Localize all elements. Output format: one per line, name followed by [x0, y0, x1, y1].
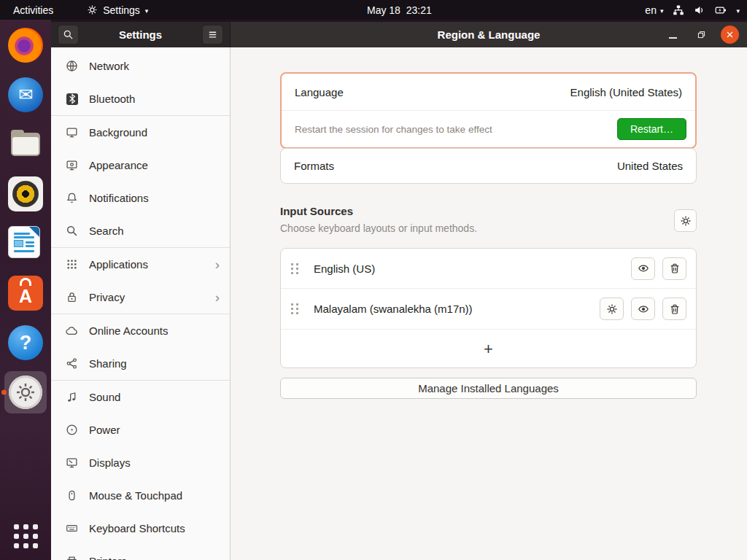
formats-value: United States — [617, 160, 683, 172]
preview-layout-button[interactable] — [631, 257, 655, 280]
remove-source-button[interactable] — [662, 298, 686, 320]
sidebar-item-notifications[interactable]: Notifications — [51, 182, 230, 214]
input-source-name: English (US) — [314, 262, 375, 275]
window-controls — [664, 26, 739, 44]
eye-icon — [638, 303, 649, 315]
remove-source-button[interactable] — [662, 257, 686, 280]
power-icon — [66, 424, 78, 436]
gear-icon — [606, 303, 618, 315]
dock-item-firefox[interactable] — [8, 28, 43, 63]
app-menu-button[interactable]: Settings ▾ — [87, 4, 148, 16]
sidebar-item-search[interactable]: Search — [51, 214, 230, 247]
language-row[interactable]: Language English (United States) — [282, 74, 695, 110]
dock-item-rhythmbox[interactable] — [8, 176, 43, 211]
dock-item-ubuntu-software[interactable]: A — [8, 276, 43, 311]
dock-item-files[interactable] — [8, 127, 43, 162]
search-button[interactable] — [58, 25, 79, 44]
sidebar-headerbar: Settings — [51, 22, 231, 47]
app-menu-label: Settings — [103, 4, 140, 16]
close-button[interactable] — [721, 26, 739, 44]
add-input-source-button[interactable]: + — [281, 330, 696, 368]
manage-installed-languages-button[interactable]: Manage Installed Languages — [280, 378, 697, 399]
drag-handle-icon[interactable] — [291, 303, 298, 314]
input-sources-list: English (US) Malayalam (swanalekha (m17n… — [280, 248, 697, 368]
sidebar-item-sharing[interactable]: Sharing — [51, 347, 230, 380]
input-sources-options-button[interactable] — [674, 209, 697, 232]
sidebar-item-bluetooth[interactable]: Bluetooth — [51, 82, 230, 115]
system-status-area[interactable]: en ▾ ▾ — [645, 4, 740, 16]
formats-row[interactable]: Formats United States — [281, 149, 696, 183]
sidebar-item-sound[interactable]: Sound — [51, 381, 230, 413]
input-source-row-english[interactable]: English (US) — [281, 249, 696, 288]
sidebar-item-displays[interactable]: Displays — [51, 446, 230, 479]
drag-handle-icon[interactable] — [291, 263, 298, 274]
dock-item-help[interactable]: ? — [8, 325, 43, 360]
sidebar-item-network[interactable]: Network — [51, 50, 230, 82]
input-source-name: Malayalam (swanalekha (m17n)) — [314, 303, 473, 315]
formats-label: Formats — [294, 160, 334, 172]
files-icon — [8, 127, 43, 162]
preview-layout-button[interactable] — [631, 298, 655, 320]
keyboard-layout-indicator[interactable]: en ▾ — [645, 4, 663, 16]
input-sources-subtitle: Choose keyboard layouts or input methods… — [280, 222, 697, 234]
language-label: Language — [295, 86, 344, 98]
chevron-down-icon: ▾ — [145, 7, 149, 15]
sidebar-title: Settings — [119, 28, 162, 41]
keyboard-icon — [66, 522, 78, 534]
sidebar-item-background[interactable]: Background — [51, 116, 230, 149]
dock-item-thunderbird[interactable]: ✉ — [8, 77, 43, 112]
lock-icon — [66, 291, 78, 303]
dock: ✉ A ? — [0, 20, 51, 560]
grid-icon — [66, 258, 78, 271]
ubuntu-software-icon: A — [8, 276, 43, 311]
chevron-right-icon: › — [215, 290, 220, 304]
globe-icon — [66, 60, 78, 72]
menu-button[interactable] — [202, 25, 223, 44]
cloud-icon — [66, 324, 78, 337]
language-value: English (United States) — [570, 86, 682, 98]
dock-item-settings[interactable] — [8, 375, 43, 410]
sidebar-item-online-accounts[interactable]: Online Accounts — [51, 314, 230, 347]
sidebar-item-appearance[interactable]: Appearance — [51, 149, 230, 182]
printer-icon — [66, 555, 78, 560]
language-group: Language English (United States) Restart… — [280, 72, 697, 149]
maximize-button[interactable] — [692, 26, 710, 44]
volume-icon — [694, 4, 705, 16]
bell-icon — [66, 192, 78, 204]
activities-button[interactable]: Activities — [9, 4, 58, 16]
libreoffice-writer-icon — [8, 226, 40, 258]
window-headerbar: Region & Language — [231, 22, 747, 47]
restart-button[interactable]: Restart… — [617, 118, 686, 140]
gear-icon — [87, 4, 98, 15]
region-language-panel: Language English (United States) Restart… — [231, 47, 747, 560]
search-icon — [63, 29, 74, 40]
music-note-icon — [66, 391, 78, 403]
rhythmbox-icon — [8, 176, 43, 211]
trash-icon — [669, 262, 681, 274]
chevron-down-icon: ▾ — [736, 7, 740, 15]
sidebar-item-printers[interactable]: Printers — [51, 545, 230, 560]
eye-icon — [638, 262, 649, 274]
input-sources-title: Input Sources — [280, 205, 697, 217]
settings-sidebar: Network Bluetooth Background Appearance … — [51, 47, 231, 560]
dock-item-libreoffice-writer[interactable] — [8, 226, 43, 261]
chevron-right-icon: › — [215, 257, 220, 271]
thunderbird-icon: ✉ — [8, 77, 43, 112]
sidebar-item-mouse-touchpad[interactable]: Mouse & Touchpad — [51, 479, 230, 512]
source-settings-button[interactable] — [600, 298, 624, 320]
sidebar-item-applications[interactable]: Applications › — [51, 248, 230, 281]
gear-icon — [680, 215, 692, 227]
appearance-icon — [66, 159, 78, 171]
clock[interactable]: May 18 23:21 — [367, 0, 432, 20]
restart-notice-row: Restart the session for changes to take … — [282, 111, 695, 147]
displays-icon — [66, 456, 78, 469]
input-source-row-malayalam[interactable]: Malayalam (swanalekha (m17n)) — [281, 289, 696, 329]
network-wired-icon — [673, 4, 684, 16]
sidebar-item-power[interactable]: Power — [51, 413, 230, 446]
show-applications-button[interactable] — [14, 524, 38, 548]
restore-icon — [697, 30, 706, 39]
minimize-button[interactable] — [664, 26, 681, 44]
mouse-icon — [66, 489, 78, 502]
sidebar-item-privacy[interactable]: Privacy › — [51, 281, 230, 314]
sidebar-item-keyboard-shortcuts[interactable]: Keyboard Shortcuts — [51, 512, 230, 545]
